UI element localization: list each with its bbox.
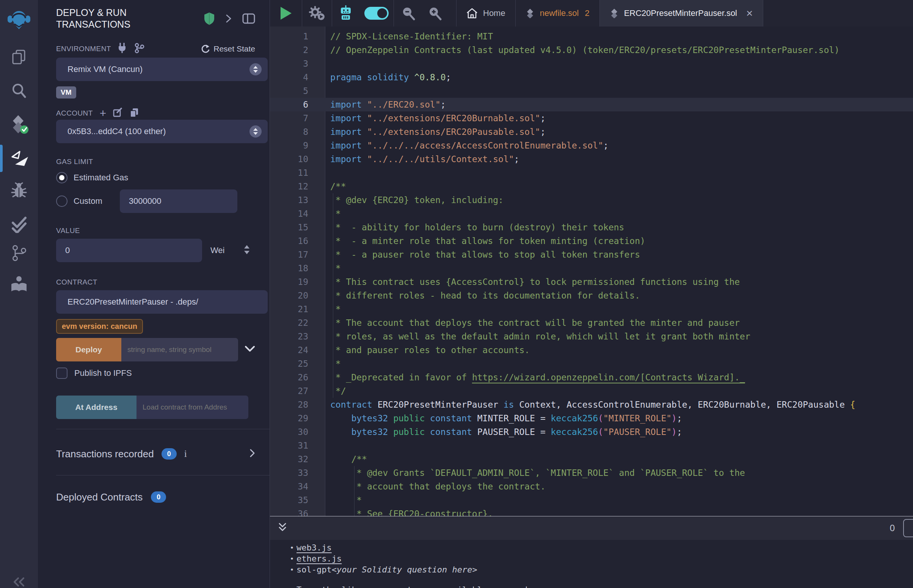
learneth-icon[interactable] <box>0 273 38 295</box>
reset-state-button[interactable]: Reset State <box>201 44 255 53</box>
value-stepper-icon[interactable] <box>243 244 250 257</box>
line-number: 29 <box>270 412 325 425</box>
deploy-button[interactable]: Deploy <box>56 338 121 362</box>
evm-version-badge: evm version: cancun <box>56 319 143 334</box>
account-select[interactable]: 0x5B3...eddC4 (100 ether) <box>56 120 268 143</box>
deployed-count-badge: 0 <box>151 491 166 503</box>
expand-transactions-icon[interactable] <box>249 449 255 459</box>
custom-gas-radio[interactable] <box>56 195 68 207</box>
solidity-compiler-icon[interactable] <box>0 114 38 135</box>
custom-gas-input[interactable] <box>120 189 237 213</box>
code-editor[interactable]: 1// SPDX-License-Identifier: MIT2// Open… <box>270 26 913 516</box>
line-number: 14 <box>270 207 325 221</box>
line-number: 13 <box>270 193 325 207</box>
code-line: 21 * <box>270 302 913 316</box>
code-line: 27 */ <box>270 384 913 398</box>
line-number: 36 <box>270 507 325 516</box>
estimated-gas-radio[interactable] <box>56 172 68 183</box>
at-address-button[interactable]: At Address <box>56 396 136 419</box>
code-line: 36 * See {ERC20-constructor}. <box>270 507 913 516</box>
transactions-recorded-label: Transactions recorded <box>56 448 154 460</box>
terminal-list-item[interactable]: •web3.js <box>270 542 913 553</box>
code-line: 16 * - a minter role that allows for tok… <box>270 234 913 248</box>
publish-ipfs-checkbox[interactable] <box>56 367 68 379</box>
line-number: 1 <box>270 29 325 43</box>
contract-label: CONTRACT <box>56 278 97 286</box>
terminal-bar[interactable]: 0 <box>270 516 913 540</box>
code-line: 7import "../extensions/ERC20Burnable.sol… <box>270 111 913 125</box>
code-line: 3 <box>270 57 913 71</box>
deploy-params-input[interactable] <box>121 338 238 362</box>
search-icon[interactable] <box>0 81 38 100</box>
contract-select[interactable]: ERC20PresetMinterPauser - .deps/ <box>56 290 268 314</box>
code-line: 19 * This contract uses {AccessControl} … <box>270 275 913 289</box>
terminal-scroll-button[interactable] <box>903 519 913 537</box>
terminal-list-item[interactable]: •ethers.js <box>270 553 913 564</box>
terminal-body[interactable]: •web3.js•ethers.js•sol-gpt <your Solidit… <box>270 540 913 588</box>
line-number: 28 <box>270 398 325 412</box>
line-number: 4 <box>270 71 325 84</box>
line-number: 15 <box>270 221 325 234</box>
bullet-icon: • <box>287 553 296 564</box>
fork-environment-icon[interactable] <box>134 43 144 55</box>
account-label: ACCOUNT <box>56 109 93 118</box>
value-label: VALUE <box>56 226 80 235</box>
code-line: 1// SPDX-License-Identifier: MIT <box>270 29 913 43</box>
plugin-manager-icon[interactable] <box>0 577 38 588</box>
line-number: 26 <box>270 370 325 384</box>
tab-home[interactable]: Home <box>456 0 515 26</box>
edit-account-icon[interactable] <box>113 108 123 119</box>
line-number: 11 <box>270 166 325 179</box>
code-line: 5 <box>270 84 913 98</box>
file-explorer-icon[interactable] <box>0 47 38 66</box>
remix-ide-window: DEPLOY & RUN TRANSACTIONS ENVIRONMENT <box>0 0 913 588</box>
line-number: 22 <box>270 316 325 330</box>
code-line: 30 bytes32 public constant PAUSER_ROLE =… <box>270 425 913 439</box>
plug-icon[interactable] <box>117 43 127 55</box>
line-number: 9 <box>270 139 325 152</box>
git-icon[interactable] <box>0 243 38 263</box>
run-script-icon[interactable] <box>270 0 302 26</box>
unit-testing-icon[interactable] <box>0 213 38 234</box>
pin-panel-icon[interactable] <box>242 13 255 25</box>
shield-icon <box>204 12 215 26</box>
indent-guide <box>333 193 333 398</box>
bullet-icon: • <box>287 564 296 575</box>
value-unit-label[interactable]: Wei <box>210 246 225 255</box>
line-number: 7 <box>270 111 325 125</box>
remix-logo-icon[interactable] <box>0 7 38 33</box>
code-line: 9import "../../../access/AccessControlEn… <box>270 139 913 152</box>
deployed-contracts-label: Deployed Contracts <box>56 491 142 503</box>
code-line: 28contract ERC20PresetMinterPauser is Co… <box>270 398 913 412</box>
close-tab-icon[interactable]: × <box>746 10 753 17</box>
code-line: 20 * different roles - head to its docum… <box>270 289 913 302</box>
gas-limit-label: GAS LIMIT <box>56 158 93 166</box>
collapse-panel-icon[interactable] <box>226 14 231 24</box>
tab-erc20presetminterpauser[interactable]: ERC20PresetMinterPauser.sol × <box>599 0 763 26</box>
script-config-icon[interactable] <box>302 0 332 26</box>
line-number: 27 <box>270 384 325 398</box>
zoom-out-icon[interactable] <box>394 0 423 26</box>
line-number: 5 <box>270 84 325 98</box>
debugger-icon[interactable] <box>0 179 38 200</box>
copy-account-icon[interactable] <box>130 108 139 119</box>
code-line: 2// OpenZeppelin Contracts (last updated… <box>270 43 913 57</box>
ai-copilot-icon[interactable] <box>332 0 359 26</box>
environment-select[interactable]: Remix VM (Cancun) <box>56 58 268 81</box>
code-line: 22 * The account that deploys the contra… <box>270 316 913 330</box>
deploy-run-icon[interactable] <box>0 147 38 168</box>
code-line: 10import "../../../utils/Context.sol"; <box>270 152 913 166</box>
expand-deploy-icon[interactable] <box>245 346 255 354</box>
tab-newfile[interactable]: newfile.sol 2 <box>515 0 599 26</box>
value-input[interactable] <box>56 239 202 262</box>
publish-ipfs-label: Publish to IPFS <box>74 368 132 378</box>
code-line: 34 * account that deploys the contract. <box>270 480 913 493</box>
at-address-input[interactable] <box>136 396 248 419</box>
code-line: 15 * - ability for holders to burn (dest… <box>270 221 913 234</box>
info-icon[interactable]: i <box>184 448 187 460</box>
add-account-icon[interactable]: + <box>100 109 107 118</box>
custom-gas-label: Custom <box>74 196 102 206</box>
zoom-in-icon[interactable] <box>423 0 447 26</box>
ai-copilot-toggle[interactable] <box>359 0 393 26</box>
expand-terminal-icon[interactable] <box>278 522 287 534</box>
